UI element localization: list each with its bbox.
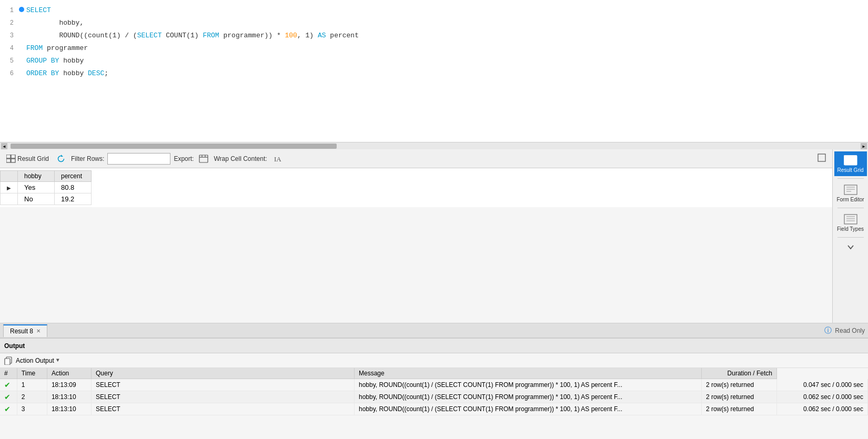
- list-item[interactable]: ✔118:13:09SELECThobby, ROUND((count(1) /…: [0, 379, 868, 391]
- success-icon: ✔: [4, 393, 11, 401]
- table-row[interactable]: ▶Yes80.8: [1, 182, 92, 193]
- panel-separator-1: [837, 178, 864, 179]
- line-code: SELECT: [26, 5, 51, 16]
- action-output-dropdown[interactable]: Action Output ▼: [16, 357, 59, 364]
- message-cell: 2 row(s) returned: [701, 391, 776, 403]
- action-output-bar: Action Output ▼: [0, 353, 868, 368]
- field-types-icon: [843, 213, 858, 225]
- svg-rect-25: [5, 359, 10, 365]
- code-segment: COUNT(1): [162, 32, 203, 39]
- wrap-content-button[interactable]: IA: [270, 154, 284, 164]
- list-item[interactable]: ✔218:13:10SELECThobby, ROUND((count(1) /…: [0, 391, 868, 403]
- message-cell: 2 row(s) returned: [701, 379, 776, 391]
- refresh-button[interactable]: [54, 154, 68, 164]
- list-item[interactable]: ✔318:13:10SELECThobby, ROUND((count(1) /…: [0, 403, 868, 415]
- sql-editor[interactable]: 1SELECT2 hobby,3 ROUND((count(1) / (SELE…: [0, 0, 868, 142]
- view-toggle-button[interactable]: [815, 152, 828, 165]
- form-editor-panel-button[interactable]: Form Editor: [834, 181, 867, 206]
- scroll-left-arrow[interactable]: ◀: [1, 143, 7, 149]
- output-header: Output: [0, 339, 868, 353]
- result-main: Result Grid Filter Rows: Export:: [0, 149, 832, 323]
- result-section: Result Grid Filter Rows: Export:: [0, 149, 868, 323]
- query-cell: hobby, ROUND((count(1) / (SELECT COUNT(1…: [354, 391, 701, 403]
- output-col-query: Query: [91, 368, 354, 379]
- line-number: 4: [0, 43, 19, 54]
- code-segment: hobby: [59, 57, 84, 65]
- percent-cell: 80.8: [55, 182, 92, 193]
- svg-rect-16: [844, 185, 857, 195]
- right-panel: Result Grid Form Editor: [832, 149, 868, 323]
- code-segment: 100: [285, 32, 297, 39]
- svg-rect-20: [844, 215, 857, 224]
- form-editor-icon: [843, 184, 858, 196]
- svg-rect-2: [6, 159, 11, 162]
- panel-separator-3: [837, 237, 864, 238]
- status-cell: ✔: [0, 379, 17, 391]
- filter-rows-input[interactable]: [107, 153, 170, 165]
- line-number: 5: [0, 55, 19, 67]
- copy-icon: [4, 356, 13, 365]
- code-segment: AS: [318, 32, 326, 39]
- code-segment: FROM: [26, 44, 43, 52]
- wrap-label: Wrap Cell Content:: [214, 155, 267, 162]
- editor-line: 5GROUP BY hobby: [0, 55, 868, 67]
- line-dot: [19, 5, 26, 16]
- output-col-duration: Duration / Fetch: [701, 368, 776, 379]
- action-output-label: Action Output: [16, 357, 54, 364]
- svg-rect-0: [6, 155, 11, 158]
- hash-cell: 2: [17, 391, 47, 403]
- message-cell: 2 row(s) returned: [701, 403, 776, 415]
- result-tab[interactable]: Result 8 ✕: [3, 324, 47, 337]
- field-types-panel-button[interactable]: Field Types: [834, 210, 867, 235]
- tab-bar: Result 8 ✕ ⓘ Read Only: [0, 323, 868, 338]
- code-segment: SELECT: [26, 6, 51, 14]
- action-cell: SELECT: [91, 403, 354, 415]
- hash-cell: 1: [17, 379, 47, 391]
- result-grid-button[interactable]: Result Grid: [4, 154, 51, 164]
- table-row[interactable]: No19.2: [1, 193, 92, 205]
- editor-line: 1SELECT: [0, 4, 868, 17]
- action-cell: SELECT: [91, 391, 354, 403]
- svg-text:IA: IA: [274, 155, 281, 163]
- code-segment: ;: [104, 69, 108, 77]
- svg-rect-10: [818, 154, 825, 161]
- svg-marker-4: [61, 155, 63, 157]
- line-number: 3: [0, 30, 19, 42]
- duration-cell: 0.062 sec / 0.000 sec: [776, 403, 867, 415]
- chevron-down-button[interactable]: [834, 240, 867, 254]
- result-grid-panel-icon: [843, 155, 858, 166]
- dropdown-arrow-icon: ▼: [56, 358, 59, 363]
- duration-cell: 0.062 sec / 0.000 sec: [776, 391, 867, 403]
- tab-close-button[interactable]: ✕: [36, 328, 41, 334]
- hobby-cell: No: [18, 193, 55, 205]
- export-button[interactable]: [197, 154, 210, 164]
- editor-line: 6ORDER BY hobby DESC;: [0, 67, 868, 80]
- export-icon: [199, 155, 208, 163]
- output-table: #TimeActionQueryMessageDuration / Fetch …: [0, 368, 868, 415]
- code-segment: ROUND((count(1) / (: [26, 32, 137, 39]
- read-only-label: Read Only: [835, 327, 865, 334]
- output-title: Output: [4, 342, 25, 350]
- tab-label: Result 8: [10, 328, 33, 335]
- duration-cell: 0.047 sec / 0.000 sec: [776, 379, 867, 391]
- hash-cell: 3: [17, 403, 47, 415]
- result-grid-panel-button[interactable]: Result Grid: [834, 151, 867, 176]
- output-table-container: #TimeActionQueryMessageDuration / Fetch …: [0, 368, 868, 415]
- code-segment: hobby: [59, 69, 88, 77]
- view-toggle-icon: [817, 154, 826, 164]
- line-number: 2: [0, 17, 19, 29]
- row-arrow: ▶: [7, 185, 11, 191]
- grid-column-header: hobby: [18, 171, 55, 182]
- svg-rect-5: [199, 155, 208, 162]
- scrollbar-thumb[interactable]: [11, 144, 337, 149]
- code-segment: FROM: [203, 32, 219, 39]
- result-grid-label: Result Grid: [17, 155, 49, 162]
- row-indicator: [1, 193, 18, 205]
- field-types-label: Field Types: [837, 226, 864, 232]
- result-grid-panel-label: Result Grid: [837, 167, 863, 173]
- success-icon: ✔: [4, 381, 11, 389]
- grid-icon: [6, 155, 16, 163]
- scroll-right-arrow[interactable]: ▶: [861, 143, 867, 149]
- horizontal-scrollbar[interactable]: ◀ ▶: [0, 142, 868, 149]
- output-col-hash: #: [0, 368, 17, 379]
